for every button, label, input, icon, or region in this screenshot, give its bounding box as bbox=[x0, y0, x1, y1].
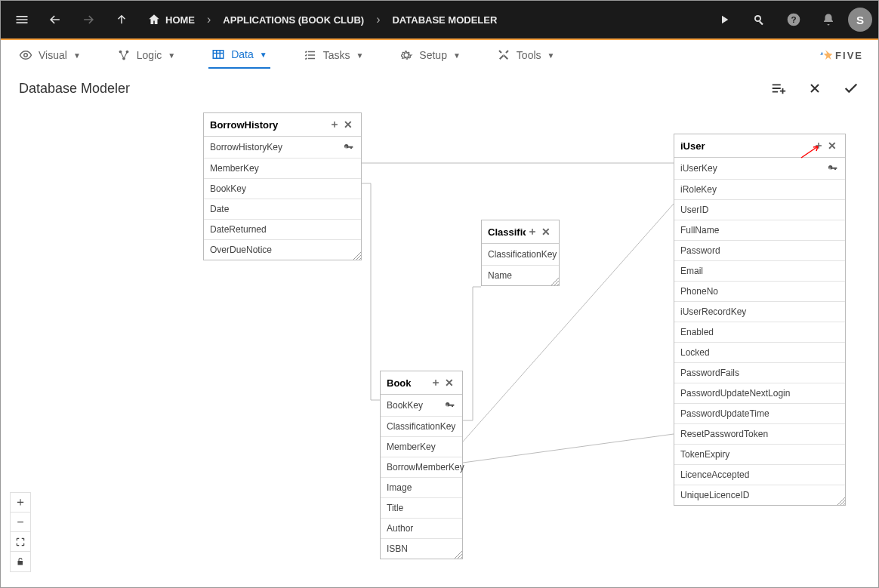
add-field-icon[interactable]: ＋ bbox=[812, 139, 825, 152]
field-name: iRoleKey bbox=[680, 184, 839, 195]
table-field[interactable]: BorrowHistoryKey bbox=[204, 137, 361, 158]
play-icon[interactable] bbox=[709, 5, 739, 35]
topbar-left: HOME › APPLICATIONS (BOOK CLUB) › DATABA… bbox=[7, 5, 504, 35]
field-name: DateReturned bbox=[210, 224, 355, 235]
fullscreen-button[interactable] bbox=[11, 532, 30, 552]
table-field[interactable]: Locked bbox=[674, 342, 845, 362]
menu-setup[interactable]: Setup ▼ bbox=[396, 42, 464, 68]
resize-handle[interactable] bbox=[352, 251, 361, 260]
search-icon[interactable] bbox=[744, 5, 774, 35]
field-name: BookKey bbox=[387, 400, 444, 411]
table-iuser[interactable]: iUser ＋ ✕ iUserKeyiRoleKeyUserIDFullName… bbox=[674, 134, 846, 506]
close-icon[interactable]: ✕ bbox=[443, 376, 456, 389]
table-field[interactable]: PasswordUpdateNextLogin bbox=[674, 383, 845, 403]
menu-data[interactable]: Data ▼ bbox=[208, 42, 270, 69]
table-classification[interactable]: Classificat ＋ ✕ ClassificationKeyName bbox=[481, 220, 560, 286]
table-field[interactable]: UserID bbox=[674, 199, 845, 220]
menu-label: Tools bbox=[517, 49, 541, 61]
table-field[interactable]: DateReturned bbox=[204, 219, 361, 239]
canvas[interactable]: BorrowHistory ＋ ✕ BorrowHistoryKeyMember… bbox=[1, 102, 878, 586]
help-icon[interactable]: ? bbox=[779, 5, 809, 35]
table-field[interactable]: PasswordUpdateTime bbox=[674, 403, 845, 423]
table-field[interactable]: FullName bbox=[674, 220, 845, 240]
bell-icon[interactable] bbox=[813, 5, 844, 35]
svg-text:?: ? bbox=[791, 14, 796, 24]
svg-point-7 bbox=[125, 51, 128, 54]
menu-icon[interactable] bbox=[7, 5, 37, 35]
breadcrumb-modeler[interactable]: DATABASE MODELER bbox=[384, 14, 504, 26]
field-name: BookKey bbox=[210, 183, 355, 194]
lock-button[interactable] bbox=[11, 552, 30, 571]
back-icon[interactable] bbox=[40, 5, 70, 35]
svg-point-8 bbox=[122, 57, 125, 60]
table-field[interactable]: PhoneNo bbox=[674, 281, 845, 301]
up-icon[interactable] bbox=[106, 5, 137, 35]
table-book[interactable]: Book ＋ ✕ BookKeyClassificationKeyMemberK… bbox=[380, 371, 463, 559]
chevron-right-icon: › bbox=[375, 13, 381, 26]
field-name: ClassificationKey bbox=[387, 421, 456, 432]
chevron-down-icon: ▼ bbox=[547, 51, 555, 60]
resize-handle[interactable] bbox=[453, 550, 462, 559]
close-icon[interactable]: ✕ bbox=[341, 118, 355, 131]
table-field[interactable]: ISBN bbox=[381, 538, 462, 559]
cancel-button[interactable] bbox=[806, 79, 824, 97]
table-field[interactable]: BookKey bbox=[204, 178, 361, 199]
table-field[interactable]: Author bbox=[381, 518, 462, 538]
table-field[interactable]: Image bbox=[381, 477, 462, 497]
table-name: Classificat bbox=[488, 226, 526, 238]
add-field-icon[interactable]: ＋ bbox=[328, 118, 341, 131]
table-field[interactable]: PasswordFails bbox=[674, 362, 845, 383]
avatar[interactable]: S bbox=[848, 8, 872, 32]
table-field[interactable]: BorrowMemberKey bbox=[381, 457, 462, 477]
table-header[interactable]: BorrowHistory ＋ ✕ bbox=[204, 113, 361, 137]
table-header[interactable]: iUser ＋ ✕ bbox=[674, 134, 845, 158]
field-name: Date bbox=[210, 204, 355, 214]
menu-visual[interactable]: Visual ▼ bbox=[16, 42, 84, 68]
field-name: iUserKey bbox=[680, 163, 827, 174]
add-field-icon[interactable]: ＋ bbox=[526, 225, 539, 239]
svg-point-2 bbox=[756, 17, 760, 20]
close-icon[interactable]: ✕ bbox=[539, 225, 553, 239]
table-field[interactable]: Email bbox=[674, 260, 845, 281]
add-table-button[interactable] bbox=[770, 79, 788, 97]
field-name: OverDueNotice bbox=[210, 245, 355, 255]
table-field[interactable]: OverDueNotice bbox=[204, 239, 361, 260]
field-name: UniqueLicenceID bbox=[680, 490, 839, 500]
field-name: Image bbox=[387, 482, 456, 493]
zoom-in-button[interactable]: ＋ bbox=[11, 493, 30, 513]
menu-tools[interactable]: Tools ▼ bbox=[494, 42, 558, 68]
table-field[interactable]: LicenceAccepted bbox=[674, 464, 845, 485]
table-field[interactable]: Title bbox=[381, 497, 462, 518]
confirm-button[interactable] bbox=[842, 79, 860, 97]
resize-handle[interactable] bbox=[550, 276, 559, 285]
table-field[interactable]: MemberKey bbox=[204, 158, 361, 178]
table-field[interactable]: Name bbox=[482, 265, 559, 285]
table-field[interactable]: UniqueLicenceID bbox=[674, 485, 845, 505]
table-field[interactable]: Date bbox=[204, 199, 361, 219]
close-icon[interactable]: ✕ bbox=[825, 139, 839, 152]
table-field[interactable]: iUserRecordKey bbox=[674, 301, 845, 322]
resize-handle[interactable] bbox=[836, 496, 845, 505]
table-field[interactable]: ClassificationKey bbox=[482, 244, 559, 265]
table-header[interactable]: Classificat ＋ ✕ bbox=[482, 220, 559, 244]
table-body: iUserKeyiRoleKeyUserIDFullNamePasswordEm… bbox=[674, 158, 845, 505]
table-field[interactable]: BookKey bbox=[381, 395, 462, 416]
breadcrumb-home[interactable]: HOME bbox=[140, 13, 202, 26]
table-field[interactable]: ClassificationKey bbox=[381, 416, 462, 436]
zoom-out-button[interactable]: − bbox=[11, 513, 30, 532]
menu-tasks[interactable]: Tasks ▼ bbox=[301, 42, 367, 68]
table-field[interactable]: iUserKey bbox=[674, 158, 845, 179]
svg-point-6 bbox=[119, 51, 122, 54]
table-borrowhistory[interactable]: BorrowHistory ＋ ✕ BorrowHistoryKeyMember… bbox=[203, 112, 362, 260]
breadcrumb-applications[interactable]: APPLICATIONS (BOOK CLUB) bbox=[215, 14, 372, 26]
table-field[interactable]: MemberKey bbox=[381, 436, 462, 457]
table-field[interactable]: Enabled bbox=[674, 322, 845, 342]
menu-logic[interactable]: Logic ▼ bbox=[114, 42, 178, 68]
add-field-icon[interactable]: ＋ bbox=[429, 376, 443, 389]
table-field[interactable]: Password bbox=[674, 240, 845, 260]
table-header[interactable]: Book ＋ ✕ bbox=[381, 371, 462, 395]
table-field[interactable]: iRoleKey bbox=[674, 179, 845, 199]
table-field[interactable]: TokenExpiry bbox=[674, 444, 845, 464]
key-icon bbox=[343, 141, 355, 153]
table-field[interactable]: ResetPasswordToken bbox=[674, 423, 845, 444]
